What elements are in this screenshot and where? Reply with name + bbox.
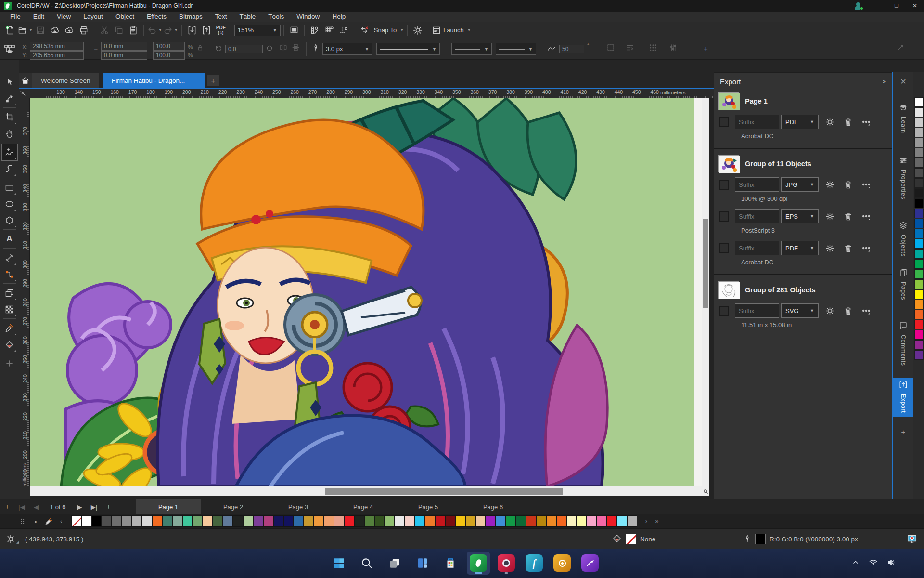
import-icon[interactable] — [185, 24, 199, 37]
status-options-gear-icon[interactable]: ◢ — [6, 529, 19, 549]
menu-tools[interactable]: Tools — [262, 12, 290, 22]
delete-format-icon[interactable] — [841, 303, 855, 318]
page-tab-page-1[interactable]: Page 1 — [136, 499, 201, 514]
palette-swatch[interactable] — [243, 515, 253, 527]
palette-swatch[interactable] — [334, 515, 344, 527]
page-tab-page-4[interactable]: Page 4 — [331, 499, 396, 514]
transparency-tool[interactable] — [2, 301, 17, 317]
add-page-button-right[interactable]: ＋ — [102, 499, 116, 514]
ellipse-tool[interactable] — [2, 196, 17, 212]
vertical-scrollbar[interactable] — [702, 98, 709, 486]
format-settings-gear-icon[interactable] — [822, 115, 837, 129]
capture-icon[interactable] — [551, 552, 574, 575]
suffix-input[interactable] — [735, 115, 779, 129]
palette-swatch[interactable] — [914, 158, 924, 168]
palette-swatch[interactable] — [475, 515, 486, 527]
paste-icon[interactable] — [127, 24, 140, 37]
shape-tool[interactable] — [2, 90, 17, 106]
delete-format-icon[interactable] — [841, 241, 855, 255]
palette-swatch[interactable] — [577, 515, 587, 527]
widgets-icon[interactable] — [411, 552, 434, 575]
palette-swatch[interactable] — [607, 515, 617, 527]
palette-swatch[interactable] — [496, 515, 506, 527]
palette-swatch[interactable] — [597, 515, 607, 527]
palette-swatch[interactable] — [526, 515, 536, 527]
next-page-button[interactable]: ▶ — [73, 499, 87, 514]
smart-fill-tool[interactable] — [2, 336, 17, 353]
menu-edit[interactable]: Edit — [27, 12, 51, 22]
palette-swatch[interactable] — [374, 515, 385, 527]
palette-swatch[interactable] — [71, 515, 81, 527]
mirror-horizontal-icon[interactable] — [279, 43, 287, 52]
palette-swatch[interactable] — [914, 178, 924, 188]
more-options-icon[interactable] — [859, 177, 873, 192]
more-options-icon[interactable] — [859, 209, 873, 223]
guidelines-toggle-icon[interactable] — [337, 24, 350, 37]
pdf-icon[interactable]: PDF[↴] — [214, 24, 228, 37]
palette-flyout-arrow-icon[interactable]: ▸ — [30, 515, 42, 527]
y-position-field[interactable]: 205.655 mm — [30, 51, 84, 60]
palette-swatch[interactable] — [213, 515, 223, 527]
restore-button[interactable]: ❐ — [887, 0, 906, 12]
store-icon[interactable] — [439, 552, 462, 575]
page-tab-page-2[interactable]: Page 2 — [201, 499, 266, 514]
color-proof-monitor-icon[interactable] — [907, 529, 917, 549]
format-select[interactable]: PDF▼ — [781, 241, 819, 255]
docker-tab-export[interactable]: Export — [893, 378, 913, 417]
palette-swatch[interactable] — [914, 148, 924, 158]
chevron-up-icon[interactable] — [852, 559, 860, 568]
palette-swatch[interactable] — [455, 515, 465, 527]
arrow-end-combo[interactable]: ▼ — [496, 43, 536, 55]
format-settings-gear-icon[interactable] — [822, 303, 837, 318]
palette-swatch[interactable] — [122, 515, 132, 527]
launch-icon[interactable]: Launch▼ — [432, 24, 471, 37]
menu-effects[interactable]: Effects — [141, 12, 173, 22]
palette-swatch[interactable] — [914, 198, 924, 208]
palette-swatch[interactable] — [914, 168, 924, 178]
zoom-level-combo[interactable]: 151%▼ — [234, 25, 281, 36]
format-settings-gear-icon[interactable] — [822, 209, 837, 223]
palette-swatch[interactable] — [395, 515, 405, 527]
docker-tab-learn[interactable]: Learn — [893, 100, 913, 133]
format-select[interactable]: PDF▼ — [781, 115, 819, 129]
text-tool[interactable]: A — [2, 231, 17, 247]
palette-swatch[interactable] — [914, 229, 924, 238]
palette-swatch[interactable] — [914, 219, 924, 228]
format-settings-gear-icon[interactable] — [822, 241, 837, 255]
palette-swatch[interactable] — [914, 269, 924, 279]
page-tab-page-6[interactable]: Page 6 — [461, 499, 526, 514]
palette-swatch[interactable] — [914, 118, 924, 127]
palette-swatch[interactable] — [172, 515, 182, 527]
palette-swatch[interactable] — [914, 239, 924, 249]
scale-y-field[interactable]: 100.0 — [153, 51, 185, 60]
vector-app-icon[interactable] — [578, 552, 602, 575]
crop-tool[interactable] — [2, 109, 17, 125]
palette-swatch[interactable] — [162, 515, 172, 527]
palette-swatch[interactable] — [203, 515, 213, 527]
page-tab-page-3[interactable]: Page 3 — [266, 499, 331, 514]
export-icon[interactable] — [200, 24, 213, 37]
palette-swatch[interactable] — [304, 515, 314, 527]
horizontal-ruler[interactable]: 1301401501601701801902002102202302402502… — [30, 89, 714, 98]
font-manager-icon[interactable]: f — [523, 552, 546, 575]
palette-swatch[interactable] — [914, 97, 924, 107]
menu-window[interactable]: Window — [290, 12, 326, 22]
palette-swatch[interactable] — [465, 515, 475, 527]
dimension-tool[interactable] — [2, 250, 17, 266]
tab-welcome-screen[interactable]: Welcome Screen — [32, 73, 99, 88]
palette-swatch[interactable] — [192, 515, 203, 527]
add-page-button-left[interactable]: ＋ — [0, 499, 14, 514]
close-docker-icon[interactable]: ✕ — [893, 77, 913, 86]
scale-x-field[interactable]: 100.0 — [153, 42, 185, 51]
palette-swatch[interactable] — [132, 515, 142, 527]
delete-format-icon[interactable] — [841, 209, 855, 223]
connector-tool[interactable] — [2, 266, 17, 282]
palette-swatch[interactable] — [617, 515, 627, 527]
more-options-icon[interactable] — [859, 303, 873, 318]
customize-plus[interactable] — [2, 355, 17, 371]
palette-swatch[interactable] — [914, 259, 924, 269]
docker-tab-comments[interactable]: Comments — [893, 318, 913, 366]
palette-expand-icon[interactable]: » — [652, 518, 662, 525]
docker-tab-objects[interactable]: Objects — [893, 218, 913, 257]
drawing-canvas[interactable] — [30, 98, 714, 499]
